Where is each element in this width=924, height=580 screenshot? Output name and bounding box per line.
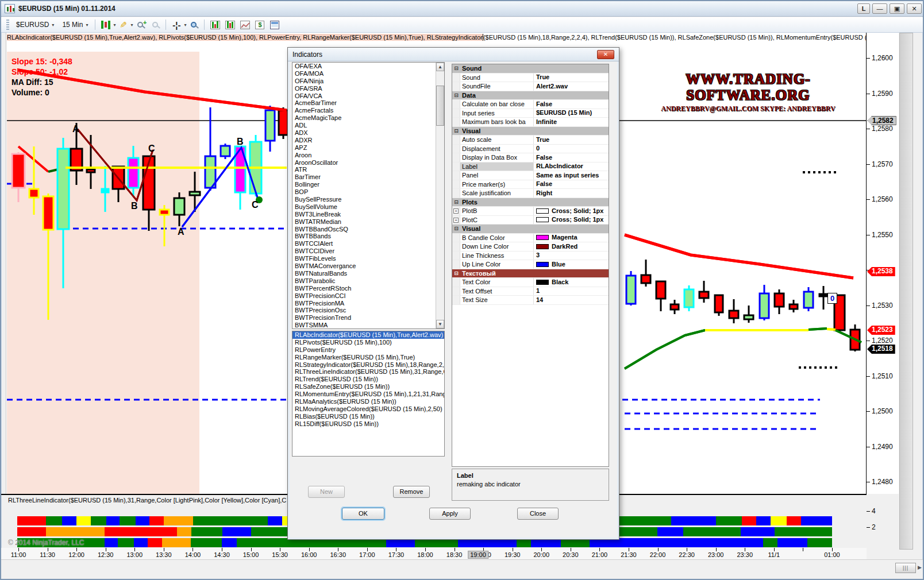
indicator-list-item[interactable]: BWTPrecisionCCI bbox=[292, 292, 435, 300]
property-value[interactable]: Same as input series bbox=[534, 171, 609, 180]
selected-indicator-item[interactable]: RLRangeMarker($EURUSD (15 Min),True) bbox=[292, 354, 444, 361]
property-row[interactable]: Text Offset1 bbox=[452, 287, 609, 296]
selected-indicator-item[interactable]: RLAbcIndicator($EURUSD (15 Min),True,Ale… bbox=[292, 331, 444, 339]
selected-indicator-item[interactable]: RLStrategyIndicator($EURUSD (15 Min),18,… bbox=[292, 361, 444, 369]
indicator-list-item[interactable]: BWTMAConvergance bbox=[292, 262, 435, 270]
property-value[interactable]: False bbox=[534, 180, 609, 189]
indicator-list-item[interactable]: BWTFibLevels bbox=[292, 255, 435, 262]
indicator-list-item[interactable]: AcmeMagicTape bbox=[292, 114, 435, 122]
chevron-down-icon[interactable]: ▾ bbox=[113, 22, 116, 28]
selected-indicator-item[interactable]: RLThreeLineIndicator($EURUSD (15 Min),31… bbox=[292, 368, 444, 376]
price-axis[interactable]: 1,26001,25901,25801,25701,25601,25501,25… bbox=[866, 33, 899, 494]
property-row[interactable]: SoundFileAlert2.wav bbox=[452, 82, 609, 91]
collapse-icon[interactable]: ⊟ bbox=[452, 127, 460, 136]
property-row[interactable]: Price marker(s)False bbox=[452, 180, 609, 190]
property-group-header[interactable]: ⊟Data bbox=[452, 91, 609, 100]
property-value[interactable]: Cross; Solid; 1px bbox=[534, 207, 609, 215]
indicator-list-item[interactable]: BWTPercentRStoch bbox=[292, 285, 435, 292]
close-button[interactable]: ✕ bbox=[907, 3, 922, 14]
selected-indicator-item[interactable]: RLPowerEntry bbox=[292, 346, 444, 354]
panel-button[interactable] bbox=[268, 18, 282, 31]
scroll-up-icon[interactable]: ▲ bbox=[436, 63, 444, 71]
indicator-list-item[interactable]: OFA/MOA bbox=[292, 70, 435, 78]
indicator-list-item[interactable]: BarTimer bbox=[292, 173, 435, 181]
property-row[interactable]: Down Line ColorDarkRed bbox=[452, 242, 609, 252]
indicator-list-item[interactable]: BWTPrecisionTrend bbox=[292, 314, 435, 322]
property-row[interactable]: SoundTrue bbox=[452, 74, 609, 83]
property-value[interactable]: Black bbox=[534, 278, 609, 287]
property-grid[interactable]: ⊟SoundSoundTrueSoundFileAlert2.wav⊟DataC… bbox=[452, 64, 609, 467]
indicator-list-item[interactable]: AcmeFractals bbox=[292, 107, 435, 114]
zoom-out-button[interactable] bbox=[148, 18, 162, 31]
indicator-list-item[interactable]: Bollinger bbox=[292, 181, 435, 188]
indicator-list-item[interactable]: ATR bbox=[292, 166, 435, 173]
property-value[interactable]: True bbox=[534, 74, 609, 82]
indicator-list-item[interactable]: OFA/Ninja bbox=[292, 78, 435, 85]
property-row[interactable]: +PlotBCross; Solid; 1px bbox=[452, 207, 609, 216]
indicator-list-item[interactable]: AcmeBarTimer bbox=[292, 99, 435, 107]
property-value[interactable]: Alert2.wav bbox=[534, 82, 609, 91]
indicator-list-item[interactable]: APZ bbox=[292, 144, 435, 152]
indicator-list-item[interactable]: BWTPrecisionMA bbox=[292, 300, 435, 307]
property-value[interactable]: Right bbox=[534, 189, 609, 198]
indicator-list-item[interactable]: AroonOscillator bbox=[292, 159, 435, 167]
chart-indicator-list-text[interactable]: RLAbcIndicator($EURUSD (15 Min),True,Ale… bbox=[7, 34, 921, 44]
time-axis[interactable]: 11:0011:3012:0012:3013:0013:3014:0014:30… bbox=[1, 548, 867, 559]
property-value[interactable]: Infinite bbox=[534, 118, 609, 126]
selected-indicator-item[interactable]: RLBias($EURUSD (15 Min)) bbox=[292, 413, 444, 420]
right-scroll-strip[interactable] bbox=[899, 33, 913, 550]
drawing-tools-button[interactable]: ✎ bbox=[116, 18, 130, 31]
chevron-down-icon[interactable]: ▾ bbox=[184, 22, 186, 28]
toolbar-grip[interactable] bbox=[6, 20, 9, 30]
bars-view-button[interactable] bbox=[208, 18, 222, 31]
minimize-button[interactable]: — bbox=[872, 3, 887, 14]
collapse-icon[interactable]: ⊟ bbox=[452, 269, 460, 278]
property-row[interactable]: Text Size14 bbox=[452, 296, 609, 305]
zoom-in-button[interactable]: + bbox=[133, 18, 147, 31]
remove-button[interactable]: Remove bbox=[393, 486, 430, 498]
selected-indicator-item[interactable]: RLMaAnalytics($EURUSD (15 Min)) bbox=[292, 398, 444, 405]
property-row[interactable]: Auto scaleTrue bbox=[452, 136, 609, 145]
property-value[interactable]: 14 bbox=[534, 296, 609, 304]
indicator-list-item[interactable]: BWTBBandOscSQ bbox=[292, 226, 435, 233]
property-group-header[interactable]: ⊟Sound bbox=[452, 64, 609, 74]
candles-view-button[interactable] bbox=[223, 18, 237, 31]
property-row[interactable]: Line Thickness3 bbox=[452, 252, 609, 261]
property-group-header[interactable]: ⊟Текстовый bbox=[452, 269, 609, 279]
indicator-list-item[interactable]: BWTCCIDiver bbox=[292, 248, 435, 255]
property-group-header[interactable]: ⊟Visual bbox=[452, 225, 609, 234]
property-row[interactable]: Up Line ColorBlue bbox=[452, 260, 609, 269]
data-box-button[interactable] bbox=[187, 18, 201, 31]
horizontal-scrollbar-thumb[interactable]: ||| bbox=[895, 563, 916, 573]
property-group-header[interactable]: ⊟Visual bbox=[452, 127, 609, 136]
property-value[interactable]: Blue bbox=[534, 260, 609, 269]
property-group-header[interactable]: ⊟Plots bbox=[452, 198, 609, 207]
property-value[interactable]: Cross; Solid; 1px bbox=[534, 216, 609, 225]
collapse-icon[interactable]: ⊟ bbox=[452, 225, 460, 233]
property-row[interactable]: Text ColorBlack bbox=[452, 278, 609, 287]
chevron-down-icon[interactable]: ▾ bbox=[130, 22, 133, 28]
property-value[interactable]: $EURUSD (15 Min) bbox=[534, 109, 609, 118]
trade-button[interactable]: $ bbox=[253, 18, 267, 31]
collapse-icon[interactable]: ⊟ bbox=[452, 91, 460, 100]
property-value[interactable]: False bbox=[534, 153, 609, 162]
property-row[interactable]: Input series$EURUSD (15 Min) bbox=[452, 109, 609, 118]
indicator-list-item[interactable]: BWTParabolic bbox=[292, 277, 435, 285]
instrument-dropdown[interactable]: $EURUSD ▾ bbox=[12, 20, 58, 30]
property-value[interactable]: 0 bbox=[534, 145, 609, 153]
property-row[interactable]: Displacement0 bbox=[452, 145, 609, 154]
indicator-list-item[interactable]: BuySellPressure bbox=[292, 196, 435, 203]
expand-icon[interactable]: + bbox=[452, 207, 460, 215]
property-value[interactable]: 1 bbox=[534, 287, 609, 296]
selected-indicators-list[interactable]: RLAbcIndicator($EURUSD (15 Min),True,Ale… bbox=[292, 331, 445, 457]
line-view-button[interactable] bbox=[238, 18, 252, 31]
property-row[interactable]: Display in Data BoxFalse bbox=[452, 153, 609, 163]
chart-style-button[interactable] bbox=[99, 18, 113, 31]
property-value[interactable]: DarkRed bbox=[534, 242, 609, 251]
dialog-title-bar[interactable]: Indicators ✕ bbox=[288, 48, 619, 61]
scroll-thumb[interactable] bbox=[436, 86, 444, 126]
property-row[interactable]: PanelSame as input series bbox=[452, 171, 609, 180]
indicator-list-item[interactable]: ADX bbox=[292, 129, 435, 137]
indicator-list-item[interactable]: BOP bbox=[292, 188, 435, 196]
l-button[interactable]: L bbox=[857, 3, 870, 14]
